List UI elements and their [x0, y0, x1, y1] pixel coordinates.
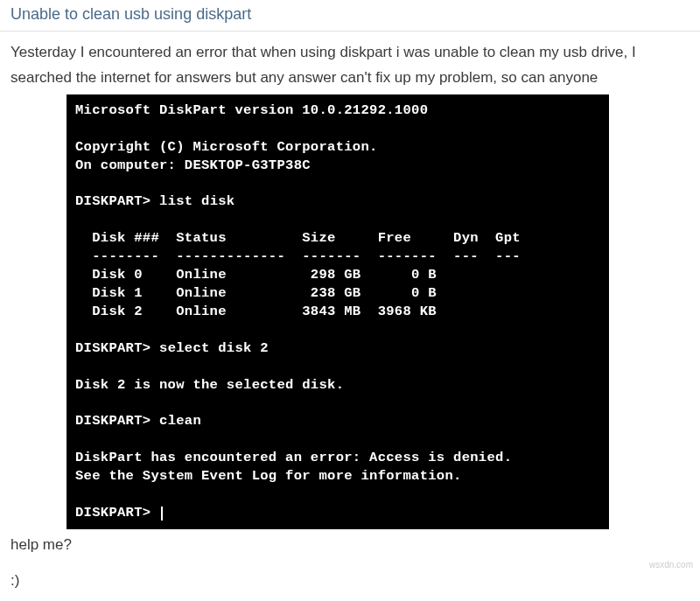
term-prompt: DISKPART>	[75, 413, 150, 429]
term-row-1: Disk 1 Online 238 GB 0 B	[75, 285, 437, 301]
term-prompt: DISKPART>	[75, 340, 150, 356]
term-prompt: DISKPART>	[75, 193, 150, 209]
terminal-screenshot: Microsoft DiskPart version 10.0.21292.10…	[66, 94, 609, 529]
term-error-2: See the System Event Log for more inform…	[75, 468, 462, 484]
watermark: wsxdn.com	[649, 560, 693, 570]
term-computer: On computer: DESKTOP-G3TP38C	[75, 157, 311, 173]
term-table-header: Disk ### Status Size Free Dyn Gpt	[75, 230, 521, 246]
term-row-0: Disk 0 Online 298 GB 0 B	[75, 267, 437, 283]
term-error-1: DiskPart has encountered an error: Acces…	[75, 450, 512, 465]
term-selected-msg: Disk 2 is now the selected disk.	[75, 377, 344, 393]
post-text-after: help me?	[10, 536, 72, 553]
cursor-icon	[161, 507, 163, 521]
term-table-sep: -------- ------------- ------- ------- -…	[75, 248, 521, 264]
term-cmd-select: select disk 2	[159, 340, 269, 356]
term-row-2: Disk 2 Online 3843 MB 3968 KB	[75, 304, 437, 319]
post-body: Yesterday I encountered an error that wh…	[0, 31, 700, 567]
term-prompt: DISKPART>	[75, 505, 150, 521]
term-copyright: Copyright (C) Microsoft Corporation.	[75, 139, 378, 155]
post-smile: :)	[0, 567, 700, 598]
term-cmd-list: list disk	[159, 193, 234, 209]
post-text-before: Yesterday I encountered an error that wh…	[10, 44, 636, 86]
term-version: Microsoft DiskPart version 10.0.21292.10…	[75, 102, 428, 118]
post-title[interactable]: Unable to clean usb using diskpart	[0, 0, 700, 31]
term-cmd-clean: clean	[159, 413, 201, 429]
